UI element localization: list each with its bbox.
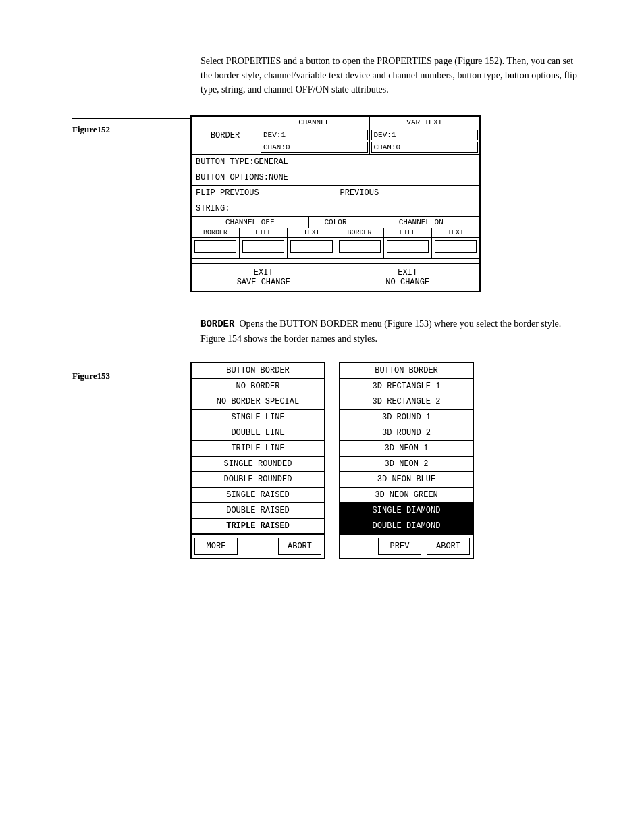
border-menu-item-triple-line[interactable]: TRIPLE LINE xyxy=(192,441,324,457)
flip-left[interactable]: FLIP PREVIOUS xyxy=(192,186,336,201)
exit-no-change-button[interactable]: EXIT NO CHANGE xyxy=(336,264,480,291)
figure153-label: Figure153 xyxy=(72,362,190,382)
figure153-content: BUTTON BORDER NO BORDER NO BORDER SPECIA… xyxy=(190,362,474,559)
abort-button-left[interactable]: ABORT xyxy=(278,538,321,555)
sub-fill-off: FILL xyxy=(240,228,288,237)
border-menu-item-single-rounded[interactable]: SINGLE ROUNDED xyxy=(192,457,324,472)
border-menu-left: BUTTON BORDER NO BORDER NO BORDER SPECIA… xyxy=(190,362,325,559)
border-menu-item-3d-rect1[interactable]: 3D RECTANGLE 1 xyxy=(340,379,473,394)
sub-border-off: BORDER xyxy=(192,228,240,237)
properties-panel: BORDER CHANNEL DEV:1 CHAN:0 VAR TEXT DEV… xyxy=(190,115,481,292)
state-fill-off-field[interactable] xyxy=(240,238,288,258)
channel-dev-field[interactable]: DEV:1 xyxy=(261,130,368,140)
channel-header: CHANNEL xyxy=(259,117,369,128)
state-off-header: CHANNEL OFF xyxy=(192,217,309,228)
border-menu-item-3d-rect2[interactable]: 3D RECTANGLE 2 xyxy=(340,394,473,410)
string-row[interactable]: STRING: xyxy=(192,201,479,217)
border-menu-item-3d-round1[interactable]: 3D ROUND 1 xyxy=(340,410,473,425)
border-menu-right: BUTTON BORDER 3D RECTANGLE 1 3D RECTANGL… xyxy=(339,362,474,559)
border-menu-item-3d-neon-green[interactable]: 3D NEON GREEN xyxy=(340,488,473,503)
state-border-on-field[interactable] xyxy=(336,238,384,258)
border-menu-item-3d-neon2[interactable]: 3D NEON 2 xyxy=(340,457,473,472)
border-menu-item-3d-neon1[interactable]: 3D NEON 1 xyxy=(340,441,473,457)
border-menu-title-left: BUTTON BORDER xyxy=(192,363,324,379)
border-menu-item-3d-round2[interactable]: 3D ROUND 2 xyxy=(340,425,473,441)
more-button[interactable]: MORE xyxy=(194,538,238,555)
sub-border-on: BORDER xyxy=(336,228,384,237)
sub-fill-on: FILL xyxy=(384,228,432,237)
figure152-label: Figure152 xyxy=(72,115,190,135)
intro-text: Select PROPERTIES and a button to open t… xyxy=(200,54,579,97)
border-menu-item-single-diamond[interactable]: SINGLE DIAMOND xyxy=(340,503,473,519)
border-menu-item-double-diamond[interactable]: DOUBLE DIAMOND xyxy=(340,519,473,534)
vartext-dev-field[interactable]: DEV:1 xyxy=(371,130,479,140)
button-type-row[interactable]: BUTTON TYPE:GENERAL xyxy=(192,155,479,170)
border-menu-item-single-line[interactable]: SINGLE LINE xyxy=(192,410,324,425)
border-description: BORDER Opens the BUTTON BORDER menu (Fig… xyxy=(200,317,579,346)
border-menu-item-double-line[interactable]: DOUBLE LINE xyxy=(192,425,324,441)
border-menu-footer-left: MORE ABORT xyxy=(192,534,324,558)
button-options-row[interactable]: BUTTON OPTIONS:NONE xyxy=(192,170,479,186)
prev-button[interactable]: PREV xyxy=(378,538,421,555)
vartext-chan-field[interactable]: CHAN:0 xyxy=(371,142,479,153)
state-border-off-field[interactable] xyxy=(192,238,240,258)
state-text-off-field[interactable] xyxy=(288,238,336,258)
border-menu-title-right: BUTTON BORDER xyxy=(340,363,473,379)
vartext-header: VAR TEXT xyxy=(370,117,480,128)
border-menu-item-single-raised[interactable]: SINGLE RAISED xyxy=(192,488,324,503)
border-menu-item-3d-neon-blue[interactable]: 3D NEON BLUE xyxy=(340,472,473,488)
border-menu-item-double-raised[interactable]: DOUBLE RAISED xyxy=(192,503,324,519)
sub-text-off: TEXT xyxy=(288,228,336,237)
border-menu-item-triple-raised[interactable]: TRIPLE RAISED xyxy=(192,519,324,534)
channel-chan-field[interactable]: CHAN:0 xyxy=(261,142,368,153)
border-menu-item-no-border[interactable]: NO BORDER xyxy=(192,379,324,394)
exit-save-button[interactable]: EXIT SAVE CHANGE xyxy=(192,264,336,291)
sub-text-on: TEXT xyxy=(432,228,479,237)
state-text-on-field[interactable] xyxy=(432,238,479,258)
abort-button-right[interactable]: ABORT xyxy=(427,538,470,555)
state-on-header: CHANNEL ON xyxy=(363,217,480,228)
state-fill-on-field[interactable] xyxy=(384,238,432,258)
border-menu-item-no-border-special[interactable]: NO BORDER SPECIAL xyxy=(192,394,324,410)
border-menu-item-double-rounded[interactable]: DOUBLE ROUNDED xyxy=(192,472,324,488)
flip-right[interactable]: PREVIOUS xyxy=(336,186,480,201)
state-color-header: COLOR xyxy=(309,217,363,228)
border-menu-footer-right: PREV ABORT xyxy=(340,534,473,558)
border-label: BORDER xyxy=(192,117,259,154)
